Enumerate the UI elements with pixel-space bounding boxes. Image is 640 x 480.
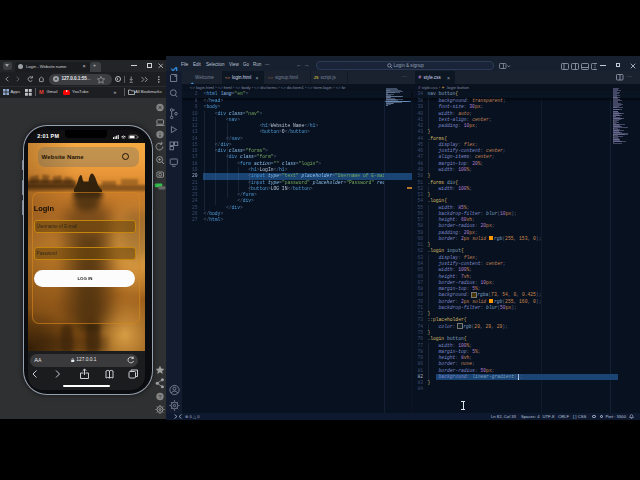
svg-text:?: ?: [158, 394, 161, 400]
